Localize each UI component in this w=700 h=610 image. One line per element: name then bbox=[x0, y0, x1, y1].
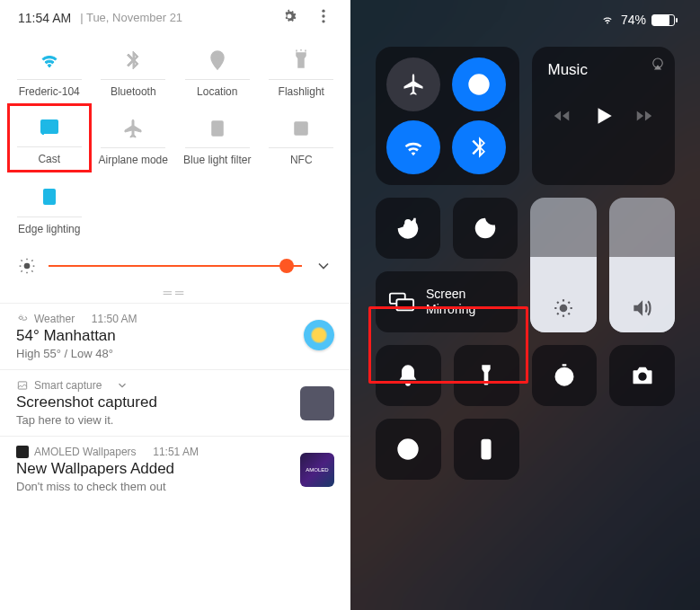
settings-icon[interactable] bbox=[280, 7, 298, 28]
menu-icon[interactable] bbox=[315, 7, 332, 28]
brightness-icon bbox=[18, 257, 36, 275]
airplay-icon bbox=[650, 56, 666, 72]
screen-mirroring-label: Screen Mirroring bbox=[426, 287, 475, 317]
location-icon bbox=[207, 49, 228, 71]
brightness-icon bbox=[552, 296, 575, 320]
ios-status-bar: 74% bbox=[376, 13, 675, 27]
quick-tiles-grid: Frederic-104 Bluetooth Location Flashlig… bbox=[0, 31, 350, 241]
utility-row bbox=[376, 345, 675, 406]
svg-point-10 bbox=[24, 263, 31, 270]
do-not-disturb-button[interactable] bbox=[453, 198, 518, 259]
svg-rect-17 bbox=[404, 225, 412, 233]
battery-percent: 74% bbox=[621, 13, 646, 27]
bluetooth-button[interactable] bbox=[452, 120, 506, 174]
tile-wifi[interactable]: Frederic-104 bbox=[7, 35, 92, 103]
orientation-lock-button[interactable] bbox=[376, 198, 440, 259]
timer-button[interactable] bbox=[532, 345, 598, 406]
clock: 11:54 AM bbox=[18, 11, 71, 25]
svg-point-15 bbox=[469, 75, 488, 94]
image-icon bbox=[16, 379, 29, 392]
wallpaper-thumb: AMOLED bbox=[300, 453, 334, 487]
screen-record-button[interactable] bbox=[376, 419, 441, 480]
svg-point-2 bbox=[322, 20, 324, 22]
tile-nfc[interactable]: NFC bbox=[260, 103, 344, 172]
screen-mirroring-button[interactable]: Screen Mirroring bbox=[376, 271, 518, 332]
svg-point-11 bbox=[20, 316, 23, 320]
bluelight-icon: B bbox=[207, 118, 228, 139]
music-card[interactable]: Music bbox=[532, 47, 676, 185]
status-bar: 11:54 AM | Tue, November 21 bbox=[0, 0, 350, 31]
tile-bluetooth[interactable]: Bluetooth bbox=[92, 35, 176, 103]
flashlight-icon bbox=[290, 49, 312, 71]
svg-rect-9 bbox=[46, 191, 53, 202]
svg-point-23 bbox=[404, 445, 412, 453]
bluetooth-icon bbox=[122, 49, 144, 71]
tile-flashlight[interactable]: Flashlight bbox=[260, 35, 344, 103]
notifications-button[interactable] bbox=[376, 345, 441, 406]
chevron-down-icon bbox=[116, 379, 128, 392]
notification-screenshot[interactable]: Smart capture Screenshot captured Tap he… bbox=[0, 369, 350, 436]
svg-point-25 bbox=[484, 443, 489, 447]
battery-icon bbox=[651, 14, 675, 26]
notification-wallpapers[interactable]: AMOLED Wallpapers 11:51 AM New Wallpaper… bbox=[0, 436, 350, 495]
rewind-button[interactable] bbox=[552, 106, 572, 129]
wifi-button[interactable] bbox=[386, 120, 440, 174]
tile-edge-lighting[interactable]: Edge lighting bbox=[7, 172, 92, 241]
wifi-icon bbox=[599, 13, 616, 26]
svg-point-20 bbox=[559, 305, 567, 313]
tile-airplane[interactable]: Airplane mode bbox=[92, 103, 176, 172]
tile-cast[interactable]: Cast bbox=[7, 103, 92, 172]
brightness-slider[interactable] bbox=[49, 265, 302, 267]
connectivity-card bbox=[376, 47, 519, 185]
drag-handle[interactable]: ══ bbox=[0, 284, 350, 303]
volume-icon bbox=[630, 296, 653, 320]
svg-point-0 bbox=[322, 10, 324, 13]
screen-mirroring-icon bbox=[388, 290, 415, 314]
airplane-icon bbox=[122, 118, 144, 139]
wifi-icon bbox=[39, 49, 60, 71]
svg-point-29 bbox=[487, 454, 489, 455]
android-quick-settings: 11:54 AM | Tue, November 21 Frederic-104… bbox=[0, 0, 350, 610]
weather-icon bbox=[16, 313, 29, 325]
music-label: Music bbox=[548, 61, 665, 79]
svg-point-3 bbox=[215, 55, 219, 59]
volume-slider[interactable] bbox=[609, 198, 676, 332]
airdrop-button[interactable] bbox=[452, 57, 506, 111]
svg-text:B: B bbox=[215, 124, 219, 132]
tile-location[interactable]: Location bbox=[175, 35, 260, 103]
flashlight-button[interactable] bbox=[454, 345, 519, 406]
notification-weather[interactable]: Weather 11:50 AM 54° Manhattan High 55° … bbox=[0, 303, 350, 369]
chevron-down-icon[interactable] bbox=[315, 257, 332, 275]
tile-bluelight[interactable]: B Blue light filter bbox=[175, 103, 260, 172]
screenshot-thumb bbox=[300, 386, 334, 420]
date: | Tue, November 21 bbox=[80, 11, 280, 24]
svg-rect-19 bbox=[396, 299, 413, 310]
brightness-slider[interactable] bbox=[530, 198, 597, 332]
camera-button[interactable] bbox=[609, 345, 675, 406]
play-button[interactable] bbox=[591, 104, 615, 131]
svg-point-1 bbox=[322, 14, 324, 17]
ios-control-center: 74% Music bbox=[350, 0, 700, 610]
forward-button[interactable] bbox=[634, 106, 654, 129]
airplane-button[interactable] bbox=[386, 57, 440, 111]
weather-badge-icon bbox=[304, 320, 334, 350]
svg-point-28 bbox=[483, 454, 485, 455]
apple-tv-remote-button[interactable] bbox=[454, 419, 519, 480]
brightness-slider-row bbox=[0, 241, 350, 284]
nfc-icon bbox=[290, 118, 312, 139]
utility-row-2 bbox=[376, 419, 675, 480]
svg-point-27 bbox=[487, 450, 489, 452]
cast-icon bbox=[39, 117, 60, 138]
edge-lighting-icon bbox=[39, 186, 60, 208]
svg-point-26 bbox=[483, 450, 485, 452]
